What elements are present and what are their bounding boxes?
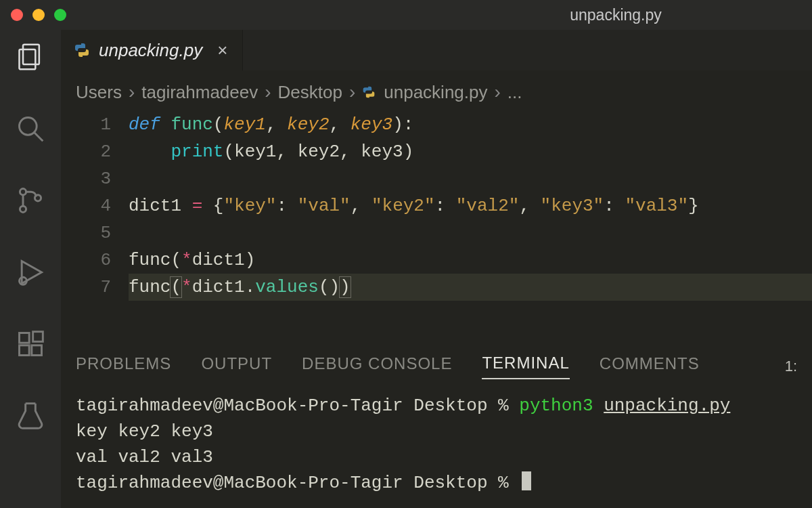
chevron-right-icon: › <box>349 81 355 103</box>
activity-bar <box>0 30 61 508</box>
explorer-icon[interactable] <box>16 42 45 72</box>
code-line[interactable] <box>129 219 812 247</box>
svg-rect-1 <box>20 49 36 69</box>
run-debug-icon[interactable] <box>16 257 45 287</box>
source-control-icon[interactable] <box>16 186 45 215</box>
python-file-icon <box>362 85 377 100</box>
line-number: 7 <box>61 274 111 301</box>
chevron-right-icon: › <box>129 81 135 103</box>
tab-filename: unpacking.py <box>99 40 202 61</box>
code-line[interactable]: def func(key1, key2, key3): <box>129 111 812 138</box>
titlebar: unpacking.py <box>0 0 812 30</box>
svg-point-2 <box>20 118 37 135</box>
line-number: 5 <box>61 219 111 247</box>
tab-unpacking-py[interactable]: unpacking.py × <box>61 30 243 70</box>
terminal-line: tagirahmadeev@MacBook-Pro-Tagir Desktop … <box>76 470 797 496</box>
window-title: unpacking.py <box>0 6 812 24</box>
search-icon[interactable] <box>16 114 45 144</box>
breadcrumb-segment[interactable]: tagirahmadeev <box>141 82 258 103</box>
line-number: 3 <box>61 165 111 192</box>
panel-tab-terminal[interactable]: TERMINAL <box>482 354 569 379</box>
line-number: 6 <box>61 247 111 274</box>
chevron-right-icon: › <box>495 81 501 103</box>
chevron-right-icon: › <box>265 81 271 103</box>
terminal-cursor <box>522 471 531 490</box>
line-number-gutter: 1234567 <box>61 111 129 345</box>
panel-tab-bar: PROBLEMSOUTPUTDEBUG CONSOLETERMINALCOMME… <box>61 345 812 379</box>
svg-line-3 <box>35 133 43 142</box>
terminal-line: val val2 val3 <box>76 444 797 470</box>
breadcrumb-segment[interactable]: Users <box>76 82 122 103</box>
svg-rect-10 <box>20 345 30 356</box>
bottom-panel: PROBLEMSOUTPUTDEBUG CONSOLETERMINALCOMME… <box>61 345 812 508</box>
svg-rect-11 <box>32 345 42 356</box>
panel-tab-debug-console[interactable]: DEBUG CONSOLE <box>302 354 452 379</box>
svg-rect-0 <box>23 45 39 64</box>
editor-group: unpacking.py × Users›tagirahmadeev›Deskt… <box>61 30 812 508</box>
testing-icon[interactable] <box>16 401 45 431</box>
panel-tab-problems[interactable]: PROBLEMS <box>76 354 171 379</box>
python-file-icon <box>73 41 91 59</box>
svg-rect-9 <box>20 333 30 343</box>
line-number: 1 <box>61 111 111 138</box>
tab-close-icon[interactable]: × <box>217 40 227 61</box>
panel-tab-comments[interactable]: COMMENTS <box>600 354 700 379</box>
line-number: 4 <box>61 192 111 219</box>
extensions-icon[interactable] <box>16 329 45 359</box>
terminal-line: key key2 key3 <box>76 419 797 444</box>
maximize-window-button[interactable] <box>54 9 66 21</box>
line-number: 2 <box>61 138 111 165</box>
code-line[interactable]: dict1 = {"key": "val", "key2": "val2", "… <box>129 192 812 219</box>
panel-tab-output[interactable]: OUTPUT <box>201 354 272 379</box>
code-line[interactable]: func(*dict1.values()) <box>129 274 812 301</box>
terminal-line: tagirahmadeev@MacBook-Pro-Tagir Desktop … <box>76 393 797 419</box>
breadcrumb-segment[interactable]: unpacking.py <box>384 82 487 103</box>
code-area[interactable]: def func(key1, key2, key3): print(key1, … <box>129 111 812 345</box>
window-controls <box>11 9 66 21</box>
breadcrumb[interactable]: Users›tagirahmadeev›Desktop›unpacking.py… <box>61 70 812 108</box>
breadcrumb-segment[interactable]: ... <box>508 82 522 103</box>
code-editor[interactable]: 1234567 def func(key1, key2, key3): prin… <box>61 108 812 345</box>
svg-point-4 <box>20 189 26 195</box>
tab-bar: unpacking.py × <box>61 30 812 70</box>
minimize-window-button[interactable] <box>32 9 45 21</box>
breadcrumb-segment[interactable]: Desktop <box>278 82 342 103</box>
code-line[interactable]: print(key1, key2, key3) <box>129 138 812 165</box>
terminal-selector[interactable]: 1: <box>785 358 797 375</box>
close-window-button[interactable] <box>11 9 23 21</box>
svg-rect-12 <box>33 332 43 342</box>
code-line[interactable] <box>129 165 812 192</box>
code-line[interactable]: func(*dict1) <box>129 247 812 274</box>
svg-marker-7 <box>22 261 41 284</box>
svg-point-5 <box>20 206 26 212</box>
terminal-output[interactable]: tagirahmadeev@MacBook-Pro-Tagir Desktop … <box>61 379 812 508</box>
